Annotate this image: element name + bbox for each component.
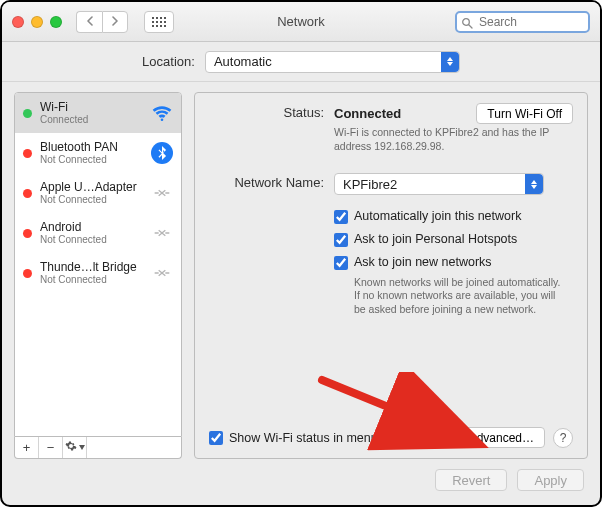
pane-bottom: Show Wi-Fi status in menu bar Advanced… … (209, 427, 573, 448)
status-dot-icon (23, 149, 32, 158)
service-name: Bluetooth PAN (40, 141, 118, 154)
service-item-bluetooth[interactable]: Bluetooth PANNot Connected (15, 133, 181, 173)
network-name-popup[interactable]: KPFibre2 (334, 173, 544, 195)
network-name-row: Network Name: KPFibre2 (209, 173, 573, 195)
service-item-link[interactable]: AndroidNot Connected (15, 213, 181, 253)
remove-service-button[interactable]: − (39, 437, 63, 458)
ask-new-row: Ask to join new networks (334, 255, 573, 270)
add-service-button[interactable]: + (15, 437, 39, 458)
status-row: Status: Connected Turn Wi-Fi Off Wi-Fi i… (209, 103, 573, 153)
revert-button[interactable]: Revert (435, 469, 507, 491)
wifi-icon (151, 102, 173, 124)
search-input[interactable] (455, 11, 590, 33)
svg-line-1 (469, 25, 472, 28)
service-sub: Not Connected (40, 154, 118, 165)
link-icon (151, 262, 173, 284)
personal-hotspots-checkbox[interactable] (334, 233, 348, 247)
show-menubar-checkbox[interactable] (209, 431, 223, 445)
show-menubar-label[interactable]: Show Wi-Fi status in menu bar (229, 431, 399, 445)
link-icon (151, 222, 173, 244)
service-sub: Not Connected (40, 194, 137, 205)
back-button[interactable] (76, 11, 102, 33)
status-dot-icon (23, 109, 32, 118)
chevron-right-icon (111, 15, 119, 29)
location-row: Location: Automatic (2, 42, 600, 82)
nav-back-forward (76, 11, 128, 33)
show-all-button[interactable] (144, 11, 174, 33)
location-popup[interactable]: Automatic (205, 51, 460, 73)
auto-join-label[interactable]: Automatically join this network (354, 209, 521, 223)
auto-join-row: Automatically join this network (334, 209, 573, 224)
status-dot-icon (23, 189, 32, 198)
service-list[interactable]: Wi-FiConnectedBluetooth PANNot Connected… (14, 92, 182, 437)
window-controls (12, 16, 62, 28)
service-sub: Not Connected (40, 274, 137, 285)
apply-button[interactable]: Apply (517, 469, 584, 491)
zoom-window-button[interactable] (50, 16, 62, 28)
help-button[interactable]: ? (553, 428, 573, 448)
service-list-footer: + − (14, 437, 182, 459)
popup-arrows-icon (441, 52, 459, 72)
forward-button[interactable] (102, 11, 128, 33)
sidebar-wrap: Wi-FiConnectedBluetooth PANNot Connected… (14, 92, 182, 459)
service-actions-button[interactable] (63, 437, 87, 458)
footer: Revert Apply (2, 459, 600, 505)
gear-icon (65, 440, 77, 455)
bluetooth-icon (151, 142, 173, 164)
status-value: Connected (334, 106, 401, 121)
service-name: Wi-Fi (40, 101, 88, 114)
personal-hotspots-label[interactable]: Ask to join Personal Hotspots (354, 232, 517, 246)
chevron-left-icon (86, 15, 94, 29)
advanced-button[interactable]: Advanced… (458, 427, 545, 448)
auto-join-checkbox[interactable] (334, 210, 348, 224)
search-icon (461, 15, 473, 33)
network-prefpane-window: Network Location: Automatic Wi-FiConnect… (0, 0, 602, 507)
ask-new-description: Known networks will be joined automatica… (354, 276, 569, 315)
network-name-value: KPFibre2 (343, 177, 397, 192)
body: Wi-FiConnectedBluetooth PANNot Connected… (2, 82, 600, 459)
link-icon (151, 182, 173, 204)
search-field-wrap (455, 11, 590, 33)
status-dot-icon (23, 229, 32, 238)
minimize-window-button[interactable] (31, 16, 43, 28)
service-name: Thunde…lt Bridge (40, 261, 137, 274)
service-name: Android (40, 221, 107, 234)
personal-hotspots-row: Ask to join Personal Hotspots (334, 232, 573, 247)
service-item-link[interactable]: Thunde…lt BridgeNot Connected (15, 253, 181, 293)
titlebar: Network (2, 2, 600, 42)
service-sub: Connected (40, 114, 88, 125)
svg-point-0 (463, 18, 470, 25)
service-name: Apple U…Adapter (40, 181, 137, 194)
service-item-link[interactable]: Apple U…AdapterNot Connected (15, 173, 181, 213)
network-name-label: Network Name: (209, 173, 324, 195)
popup-arrows-icon (525, 174, 543, 194)
ask-new-label[interactable]: Ask to join new networks (354, 255, 492, 269)
status-dot-icon (23, 269, 32, 278)
ask-new-checkbox[interactable] (334, 256, 348, 270)
service-item-wifi[interactable]: Wi-FiConnected (15, 93, 181, 133)
location-label: Location: (142, 54, 195, 69)
grid-icon (152, 17, 166, 27)
detail-pane: Status: Connected Turn Wi-Fi Off Wi-Fi i… (194, 92, 588, 459)
caret-down-icon (79, 445, 85, 450)
turn-wifi-off-button[interactable]: Turn Wi-Fi Off (476, 103, 573, 124)
status-label: Status: (209, 103, 324, 153)
status-description: Wi-Fi is connected to KPFibre2 and has t… (334, 126, 569, 153)
location-value: Automatic (214, 54, 272, 69)
service-sub: Not Connected (40, 234, 107, 245)
close-window-button[interactable] (12, 16, 24, 28)
